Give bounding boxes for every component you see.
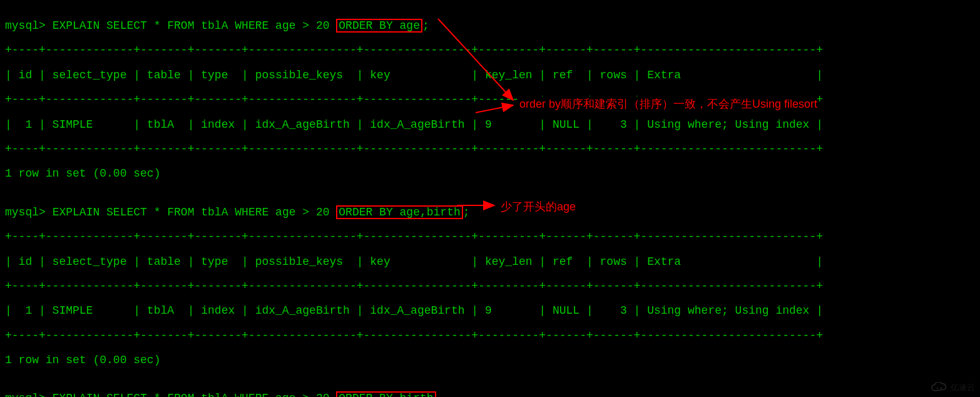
result-message: 1 row in set (0.00 sec) — [5, 168, 975, 180]
table-row: | 1 | SIMPLE | tblA | index | idx_A_ageB… — [5, 119, 975, 131]
mysql-prompt: mysql> — [5, 206, 53, 219]
q1-after: ; — [422, 19, 429, 32]
highlight-box-2: ORDER BY age,birth — [336, 205, 462, 219]
table-sep: +----+-------------+-------+-------+----… — [5, 330, 975, 343]
mysql-prompt: mysql> — [5, 392, 53, 397]
watermark-text: 亿速云 — [951, 382, 975, 393]
table-sep: +----+-------------+-------+-------+----… — [5, 44, 975, 57]
cloud-icon — [931, 382, 948, 393]
query-line-3: mysql> EXPLAIN SELECT * FROM tblA WHERE … — [5, 391, 975, 397]
table-header: | id | select_type | table | type | poss… — [5, 256, 975, 269]
table-row: | 1 | SIMPLE | tblA | index | idx_A_ageB… — [5, 305, 975, 317]
q2-after: ; — [463, 206, 470, 219]
query-line-1: mysql> EXPLAIN SELECT * FROM tblA WHERE … — [5, 19, 975, 33]
q1-before: EXPLAIN SELECT * FROM tblA WHERE age > 2… — [53, 19, 337, 32]
highlight-box-3: ORDER BY birth — [336, 391, 436, 397]
terminal-output[interactable]: mysql> EXPLAIN SELECT * FROM tblA WHERE … — [0, 0, 980, 397]
highlight-box-1: ORDER BY age — [336, 19, 422, 33]
table-sep: +----+-------------+-------+-------+----… — [5, 143, 975, 156]
annotation-main: order by顺序和建索引（排序）一致，不会产生Using filesort — [519, 96, 817, 111]
annotation-partial: 少了开头的age — [501, 199, 576, 214]
q3-before: EXPLAIN SELECT * FROM tblA WHERE age > 2… — [53, 392, 337, 397]
svg-point-2 — [941, 388, 942, 389]
table-header: | id | select_type | table | type | poss… — [5, 70, 975, 82]
table-sep: +----+-------------+-------+-------+----… — [5, 281, 975, 293]
mysql-prompt: mysql> — [5, 19, 53, 32]
result-message: 1 row in set (0.00 sec) — [5, 354, 975, 367]
query-line-2: mysql> EXPLAIN SELECT * FROM tblA WHERE … — [5, 205, 975, 219]
q2-before: EXPLAIN SELECT * FROM tblA WHERE age > 2… — [53, 206, 337, 219]
svg-point-1 — [937, 388, 938, 389]
table-sep: +----+-------------+-------+-------+----… — [5, 231, 975, 244]
watermark: 亿速云 — [931, 382, 975, 393]
table-sep: +----+-------------+-------+-------+----… — [5, 94, 975, 106]
